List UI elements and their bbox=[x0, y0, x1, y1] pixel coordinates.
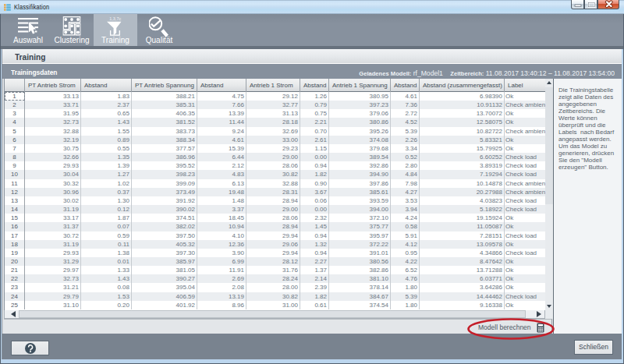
svg-text:1,3,7c: 1,3,7c bbox=[109, 16, 121, 21]
